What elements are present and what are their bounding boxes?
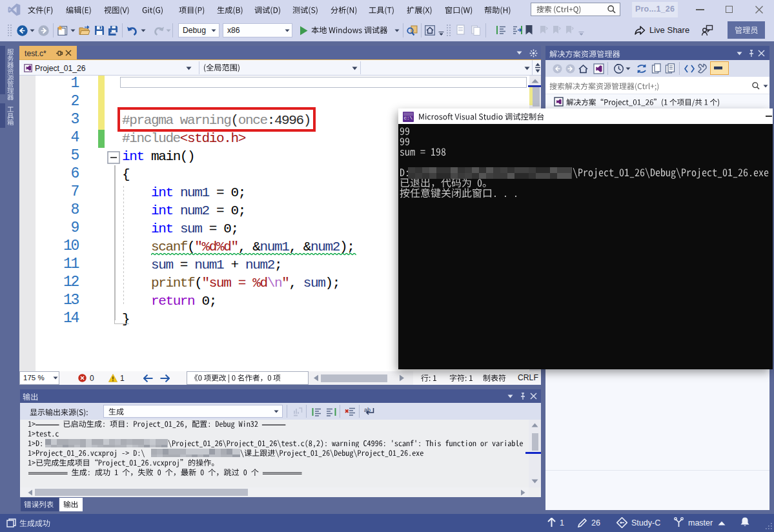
svg-text:c:\: c:\ (404, 116, 413, 121)
